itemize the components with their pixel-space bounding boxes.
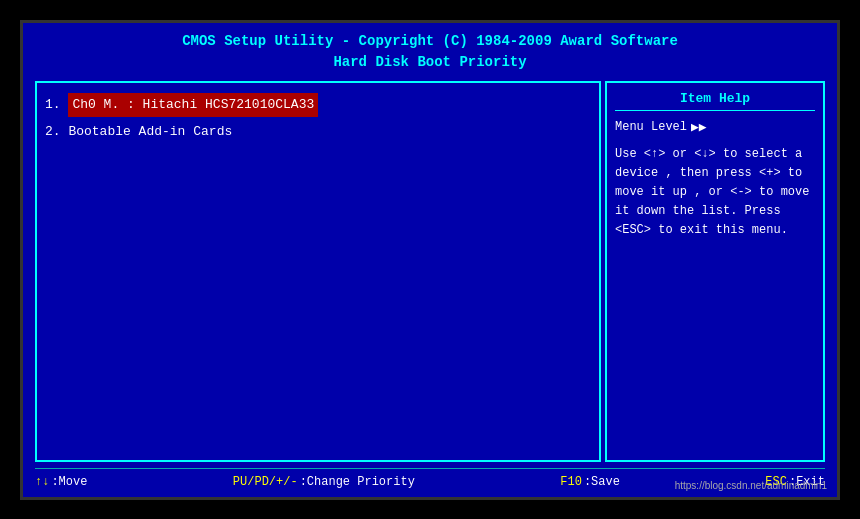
boot-item-2-text: 2. Bootable Add-in Cards	[45, 124, 232, 139]
footer-priority-desc: :Change Priority	[300, 475, 415, 489]
footer-save: F10 :Save	[560, 475, 620, 489]
left-panel: 1. Ch0 M. : Hitachi HCS721010CLA33 2. Bo…	[35, 81, 601, 462]
footer-move-key: ↑↓	[35, 475, 49, 489]
menu-level: Menu Level ▶▶	[615, 119, 815, 135]
menu-level-label: Menu Level	[615, 120, 687, 134]
boot-item-2[interactable]: 2. Bootable Add-in Cards	[45, 119, 591, 145]
footer-move: ↑↓ :Move	[35, 475, 87, 489]
watermark: https://blog.csdn.net/adminadmin1	[675, 480, 827, 491]
help-text: Use <↑> or <↓> to select a device , then…	[615, 145, 815, 241]
footer-priority-key: PU/PD/+/-	[233, 475, 298, 489]
footer-save-key: F10	[560, 475, 582, 489]
boot-item-1[interactable]: 1. Ch0 M. : Hitachi HCS721010CLA33	[45, 91, 591, 119]
footer-save-desc: :Save	[584, 475, 620, 489]
right-panel: Item Help Menu Level ▶▶ Use <↑> or <↓> t…	[605, 81, 825, 462]
boot-item-1-number: 1.	[45, 97, 68, 112]
header: CMOS Setup Utility - Copyright (C) 1984-…	[35, 31, 825, 73]
header-line2: Hard Disk Boot Priority	[35, 52, 825, 73]
footer-priority: PU/PD/+/- :Change Priority	[233, 475, 415, 489]
main-content: 1. Ch0 M. : Hitachi HCS721010CLA33 2. Bo…	[35, 81, 825, 462]
item-help-title: Item Help	[615, 91, 815, 111]
header-line1: CMOS Setup Utility - Copyright (C) 1984-…	[35, 31, 825, 52]
bios-screen: CMOS Setup Utility - Copyright (C) 1984-…	[20, 20, 840, 500]
menu-level-arrows: ▶▶	[691, 119, 707, 135]
boot-item-1-selected: Ch0 M. : Hitachi HCS721010CLA33	[68, 93, 318, 117]
footer-move-desc: :Move	[51, 475, 87, 489]
